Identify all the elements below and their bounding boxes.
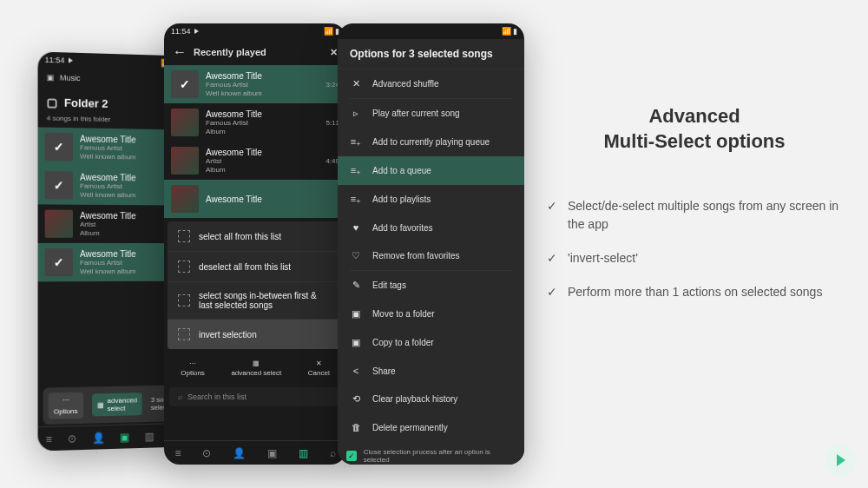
album-art-icon [45,171,73,200]
list-item[interactable]: Awesome Title [164,180,346,218]
song-title: Awesome Title [206,195,339,204]
option-label: Move to a folder [372,309,435,319]
folder-icon: ▣ [47,73,55,82]
status-bar: 11:54 📶▮ [164,23,346,39]
list-item[interactable]: Awesome TitleFamous ArtistWell known alb… [164,65,346,103]
option-row[interactable]: ♡Remove from favorites [338,241,524,270]
album-art-icon [45,210,73,238]
play-icon [194,29,199,34]
song-list: Awesome TitleFamous ArtistWell known alb… [38,127,183,281]
option-label: Remove from favorites [372,251,460,260]
nav-library-icon[interactable]: ▥ [299,447,308,459]
checkbox-icon[interactable]: ✓ [346,451,357,461]
options-button[interactable]: ⋯Options [49,392,83,419]
option-icon: ♥ [350,222,362,233]
select-all-row[interactable]: select all from this list [168,221,343,252]
option-row[interactable]: ♥Add to favorites [338,214,524,241]
option-label: Clear playback history [372,394,457,404]
feature-item: 'invert-select' [547,249,842,267]
footer-label: Close selection process after an option … [364,448,516,464]
close-after-option-row[interactable]: ✓ Close selection process after an optio… [338,441,524,465]
option-icon: ▣ [350,337,362,348]
select-between-icon [178,294,190,307]
album-art-icon [45,133,73,162]
option-row[interactable]: ▹Play after current song [338,99,524,128]
back-icon[interactable]: ← [173,44,187,60]
shuffle-icon[interactable]: ✕ [330,47,338,58]
deselect-all-row[interactable]: deselect all from this list [168,252,343,282]
advanced-select-button[interactable]: ▦advanced select [231,359,281,377]
invert-selection-row[interactable]: invert selection [168,320,343,349]
phone-options-panel: 📶▮ Options for 3 selected songs ✕Advance… [338,23,524,465]
search-icon: ⌕ [178,392,182,401]
breadcrumb-label: Music [60,73,81,82]
nav-queue-icon[interactable]: ≡ [46,432,52,445]
nav-library-icon[interactable]: ▥ [145,430,155,442]
album-art-icon [171,70,199,98]
list-item[interactable]: Awesome TitleFamous ArtistWell known alb… [38,166,183,206]
folder-header: ▢ Folder 2 [38,87,183,115]
option-row[interactable]: ✎Edit tags [338,271,524,300]
option-label: Play after current song [372,109,460,118]
option-row[interactable]: 🗑Delete permanently [338,413,524,441]
song-list: Awesome TitleFamous ArtistWell known alb… [164,65,346,218]
option-label: Add to currently playing queue [372,137,490,147]
album-art-icon [171,185,199,213]
marketing-title: Advanced Multi-Select options [547,104,842,154]
album-art-icon [45,248,73,276]
status-time: 11:54 [171,27,191,36]
option-row[interactable]: ≡₊Add to currently playing queue [338,128,524,156]
song-title: Awesome Title [206,148,319,157]
song-title: Awesome Title [80,249,176,259]
option-row[interactable]: ≡₊Add to playlists [338,185,524,214]
nav-artist-icon[interactable]: 👤 [233,447,246,459]
options-header: Options for 3 selected songs [338,39,524,69]
nav-play-icon[interactable]: ⊙ [202,447,211,459]
options-button[interactable]: ⋯Options [181,359,205,377]
list-item[interactable]: Awesome TitleFamous ArtistAlbum5:11 [164,103,346,142]
deselect-all-icon [178,260,190,273]
option-label: Copy to a folder [372,338,434,347]
option-row[interactable]: ✕Advanced shuffle [338,69,524,98]
option-icon: ≡₊ [350,165,362,176]
select-between-row[interactable]: select songs in-between first & last sel… [168,282,343,320]
list-item[interactable]: Awesome TitleArtistAlbum [38,204,183,243]
option-row[interactable]: ⟲Clear playback history [338,385,524,413]
option-label: Share [372,366,396,376]
option-icon: 🗑 [350,422,362,432]
option-icon: ✕ [350,78,362,89]
option-icon: ♡ [350,250,362,261]
option-row[interactable]: ▣Move to a folder [338,300,524,328]
advanced-select-button[interactable]: ▦advanced select [92,392,142,416]
folder-outline-icon: ▢ [47,96,57,109]
option-label: Add to playlists [372,195,431,204]
nav-folder-icon[interactable]: ▣ [267,447,277,459]
battery-icon: ▮ [513,27,517,36]
selection-bar: ⋯Options ▦advanced select 3 songs select… [43,385,178,425]
nav-artist-icon[interactable]: 👤 [92,432,105,444]
feature-item: Select/de-select multiple songs from any… [547,197,842,234]
song-title: Awesome Title [80,211,176,221]
phone-folder-view: 11:54 📶▮ ▣ Music ▢ Folder 2 4 songs in t… [38,51,183,451]
search-input[interactable]: ⌕Search in this list [169,387,341,406]
option-row[interactable]: <Share [338,357,524,385]
feature-list: Select/de-select multiple songs from any… [547,197,842,301]
option-row[interactable]: ≡₊Add to a queue [338,156,524,185]
list-item[interactable]: Awesome TitleArtistAlbum4:49 [164,142,346,180]
nav-queue-icon[interactable]: ≡ [174,447,181,459]
nav-play-icon[interactable]: ⊙ [68,432,76,445]
folder-title: Folder 2 [64,96,108,110]
option-icon: ≡₊ [350,136,362,148]
option-row[interactable]: ▣Copy to a folder [338,328,524,357]
signal-icon: 📶 [324,27,333,36]
list-item[interactable]: Awesome TitleFamous ArtistWell known alb… [38,127,183,168]
cancel-button[interactable]: ✕Cancel [308,359,330,377]
bottom-nav: ≡ ⊙ 👤 ▣ ▥ ⌕ [38,423,183,452]
nav-folder-icon[interactable]: ▣ [120,431,129,443]
option-icon: ▹ [350,108,362,119]
nav-search-icon[interactable]: ⌕ [330,447,336,459]
options-panel: Options for 3 selected songs ✕Advanced s… [338,39,524,465]
phone-recently-played: 11:54 📶▮ ← Recently played ✕ Awesome Tit… [164,23,346,465]
list-item[interactable]: Awesome TitleFamous ArtistWell known alb… [38,243,183,281]
option-icon: ≡₊ [350,194,362,205]
